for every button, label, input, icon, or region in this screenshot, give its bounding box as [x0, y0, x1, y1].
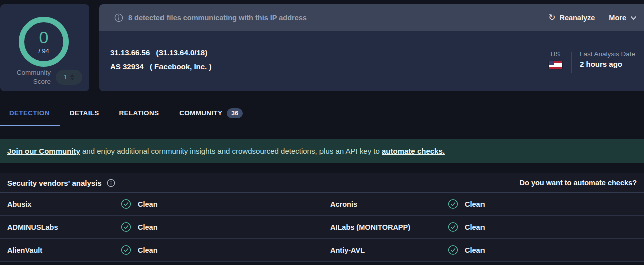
country-code: US	[551, 50, 560, 58]
ip-network: (31.13.64.0/18)	[156, 48, 207, 57]
asn: AS 32934	[110, 62, 144, 71]
info-icon[interactable]	[107, 179, 115, 187]
community-score-stepper[interactable]: 1	[56, 70, 82, 85]
last-analysis-block: Last Analysis Date 2 hours ago	[580, 50, 639, 68]
vendor-verdict: Clean	[448, 199, 644, 209]
stepper-up-icon[interactable]	[70, 74, 74, 77]
vendor-name: AILabs (MONITORAPP)	[330, 223, 448, 231]
ip-info-body: 31.13.66.56 (31.13.64.0/18) AS 32934 ( F…	[99, 31, 644, 91]
vendors-analysis-table: Abusix Clean Acronis Clean ADMINUSLabs	[0, 193, 644, 262]
more-button[interactable]: More	[609, 14, 637, 22]
tab-detection[interactable]: DETECTION	[0, 100, 60, 126]
table-row: ADMINUSLabs Clean AILabs (MONITORAPP) Cl…	[0, 216, 644, 239]
detected-files-text: 8 detected files communicating with this…	[128, 14, 307, 22]
as-owner: ( Facebook, Inc. )	[150, 62, 212, 71]
vendor-verdict: Clean	[448, 222, 644, 232]
vendor-verdict: Clean	[448, 245, 644, 255]
vendor-name: AlienVault	[7, 246, 121, 254]
vendor-name: ADMINUSLabs	[7, 223, 121, 231]
clean-check-icon	[448, 199, 458, 209]
tab-relations-label: RELATIONS	[119, 109, 159, 117]
stepper-arrows-icon[interactable]	[70, 74, 74, 80]
table-row: AlienVault Clean Antiy-AVL Clean	[0, 239, 644, 262]
clean-check-icon	[448, 245, 458, 255]
vendors-analysis-title: Security vendors' analysis	[7, 179, 102, 187]
detected-files-notice: 8 detected files communicating with this…	[114, 13, 307, 22]
verdict-label: Clean	[465, 200, 485, 208]
banner-middle-text: and enjoy additional community insights …	[80, 147, 382, 155]
asn-line: AS 32934 ( Facebook, Inc. )	[110, 62, 211, 71]
tab-bar: DETECTION DETAILS RELATIONS COMMUNITY 36	[0, 100, 644, 126]
strip-actions: ↻ Reanalyze More	[548, 14, 637, 22]
more-label: More	[609, 14, 626, 22]
vendor-verdict: Clean	[121, 199, 330, 209]
vendor-name: Abusix	[7, 200, 121, 208]
last-analysis-label: Last Analysis Date	[580, 50, 639, 58]
vendors-analysis-header: Security vendors' analysis Do you want t…	[0, 173, 644, 193]
vendor-name: Antiy-AVL	[330, 246, 448, 254]
ip-address-line: 31.13.66.56 (31.13.64.0/18)	[110, 48, 207, 57]
clean-check-icon	[121, 245, 131, 255]
ip-info-card: 8 detected files communicating with this…	[99, 4, 644, 91]
tab-details[interactable]: DETAILS	[60, 100, 109, 126]
tab-details-label: DETAILS	[70, 109, 99, 117]
join-community-banner: Join our Community and enjoy additional …	[0, 139, 644, 163]
detected-files-strip: 8 detected files communicating with this…	[99, 4, 644, 31]
community-score-footer: Community Score 1	[0, 68, 82, 86]
chevron-down-icon	[630, 16, 637, 20]
automate-checks-link[interactable]: automate checks.	[382, 147, 445, 155]
meta-divider	[571, 52, 572, 73]
detection-score-total: / 94	[38, 47, 49, 55]
community-score-card: 0 / 94 Community Score 1	[0, 4, 89, 91]
tab-community-label: COMMUNITY	[179, 109, 222, 117]
info-icon	[114, 13, 123, 22]
tab-detection-label: DETECTION	[9, 109, 50, 117]
tab-relations[interactable]: RELATIONS	[109, 100, 170, 126]
us-flag-icon	[549, 61, 562, 69]
detection-score-value: 0	[39, 29, 49, 46]
community-count-badge: 36	[227, 108, 243, 118]
vendor-name: Acronis	[330, 200, 448, 208]
community-score-label: Community Score	[13, 68, 51, 86]
verdict-label: Clean	[138, 200, 158, 208]
clean-check-icon	[448, 222, 458, 232]
country-block: US	[539, 50, 571, 69]
ip-address: 31.13.66.56	[110, 48, 150, 57]
table-row: Abusix Clean Acronis Clean	[0, 193, 644, 216]
tab-community[interactable]: COMMUNITY 36	[169, 100, 253, 126]
ip-summary-section: 0 / 94 Community Score 1	[0, 4, 644, 91]
join-community-link[interactable]: Join our Community	[7, 147, 80, 155]
verdict-label: Clean	[465, 223, 485, 231]
detection-score-gauge: 0 / 94	[19, 17, 69, 67]
vendor-verdict: Clean	[121, 222, 330, 232]
stepper-down-icon[interactable]	[70, 78, 74, 80]
vendors-analysis-title-group: Security vendors' analysis	[7, 179, 115, 187]
vendor-verdict: Clean	[121, 245, 330, 255]
automate-checks-question-link[interactable]: Do you want to automate checks?	[520, 179, 637, 187]
clean-check-icon	[121, 199, 131, 209]
banner-text: Join our Community and enjoy additional …	[7, 147, 445, 155]
verdict-label: Clean	[138, 246, 158, 254]
verdict-label: Clean	[465, 246, 485, 254]
reanalyze-label: Reanalyze	[559, 14, 595, 22]
last-analysis-value: 2 hours ago	[580, 60, 639, 68]
community-score-stepper-value: 1	[64, 73, 67, 81]
ip-meta: US Last Analysis Date 2 hours ago	[539, 50, 639, 73]
verdict-label: Clean	[138, 223, 158, 231]
reanalyze-button[interactable]: ↻ Reanalyze	[548, 14, 595, 22]
clean-check-icon	[121, 222, 131, 232]
refresh-icon: ↻	[548, 13, 555, 22]
